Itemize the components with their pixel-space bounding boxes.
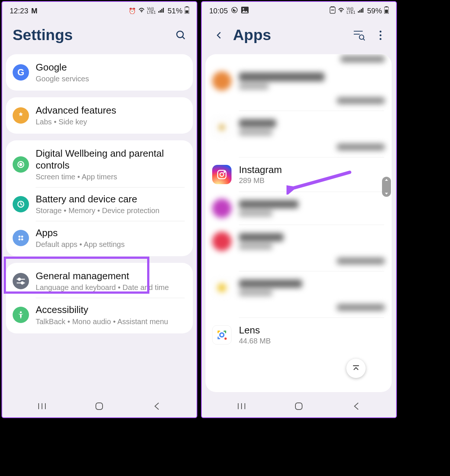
nav-recent-button[interactable] <box>236 401 247 412</box>
svg-point-41 <box>221 334 223 336</box>
svg-point-11 <box>21 238 23 241</box>
settings-item-title: Google <box>36 62 186 73</box>
svg-point-23 <box>243 8 244 10</box>
filter-search-button[interactable] <box>352 29 366 42</box>
settings-item-sub: TalkBack • Mono audio • Assistant menu <box>36 317 186 326</box>
svg-line-33 <box>363 39 365 40</box>
page-title: Apps <box>233 26 271 44</box>
settings-item-wellbeing[interactable]: Digital Wellbeing and parental controls … <box>6 142 193 187</box>
svg-point-36 <box>380 38 382 40</box>
settings-item-title: Digital Wellbeing and parental controls <box>36 148 186 171</box>
app-row-blurred[interactable] <box>205 144 392 157</box>
app-row-blurred[interactable] <box>205 304 392 317</box>
settings-item-accessibility[interactable]: Accessibility TalkBack • Mono audio • As… <box>6 298 193 332</box>
instagram-icon <box>212 165 232 184</box>
wellbeing-icon <box>13 156 29 173</box>
app-row-blurred[interactable] <box>205 97 392 111</box>
svg-point-39 <box>224 172 225 173</box>
lens-icon <box>212 325 232 345</box>
svg-point-8 <box>19 236 21 238</box>
status-bar: 12:23 M ⏰ Vo))LTE1 51% <box>2 2 197 20</box>
gmail-icon: M <box>31 7 38 15</box>
battery-percent: 59% <box>367 7 382 15</box>
phone-settings-screen: 12:23 M ⏰ Vo))LTE1 51% Settings G <box>1 1 197 418</box>
svg-point-35 <box>380 34 382 36</box>
svg-point-42 <box>224 338 227 340</box>
app-size: 289 MB <box>239 176 385 185</box>
settings-item-advanced[interactable]: Advanced features Labs • Side key <box>6 99 193 132</box>
apps-icon <box>13 230 29 246</box>
battery-icon <box>384 6 389 15</box>
status-time: 10:05 <box>209 7 228 15</box>
settings-item-title: Accessibility <box>36 304 186 316</box>
settings-header: Settings <box>2 20 197 54</box>
gallery-icon <box>241 7 249 15</box>
app-row-blurred[interactable] <box>205 65 392 97</box>
google-icon: G <box>13 64 29 81</box>
svg-point-21 <box>232 7 237 13</box>
svg-point-16 <box>20 312 22 313</box>
more-button[interactable] <box>374 29 387 42</box>
whatsapp-icon <box>231 6 238 16</box>
wifi-icon <box>338 7 344 14</box>
advanced-icon <box>13 107 29 124</box>
settings-item-title: Battery and device care <box>36 193 186 205</box>
app-row-blurred[interactable] <box>205 192 392 225</box>
nav-back-button[interactable] <box>151 401 162 412</box>
svg-rect-20 <box>96 403 103 410</box>
nav-back-button[interactable] <box>351 401 362 412</box>
app-row-blurred[interactable] <box>205 258 392 271</box>
settings-card: General management Language and keyboard… <box>6 263 193 333</box>
app-name: Lens <box>239 325 385 336</box>
app-row-blurred[interactable] <box>205 225 392 258</box>
nav-bar <box>202 395 396 417</box>
battery-icon <box>185 6 189 15</box>
app-row-blurred[interactable] <box>205 271 392 304</box>
wifi-icon <box>138 7 145 14</box>
signal-icon <box>357 7 364 14</box>
settings-item-battery[interactable]: Battery and device care Storage • Memory… <box>6 188 193 221</box>
accessibility-icon <box>13 307 29 323</box>
app-row-lens[interactable]: Lens 44.68 MB <box>205 318 392 352</box>
search-button[interactable] <box>174 29 188 42</box>
phone-apps-screen: 10:05 Vo))LTE1 59% <box>201 1 397 418</box>
svg-point-15 <box>21 282 23 284</box>
signal-icon <box>158 7 165 14</box>
svg-point-9 <box>21 236 23 238</box>
volte-label: Vo))LTE1 <box>147 7 156 14</box>
svg-point-3 <box>177 31 184 38</box>
settings-card: Advanced features Labs • Side key <box>6 97 193 134</box>
settings-item-title: General management <box>36 270 186 282</box>
settings-item-apps[interactable]: Apps Default apps • App settings <box>6 221 193 255</box>
app-row-instagram[interactable]: Instagram 289 MB <box>205 157 392 192</box>
app-list[interactable]: Instagram 289 MB <box>205 54 392 392</box>
nav-recent-button[interactable] <box>36 401 48 412</box>
nav-bar <box>2 395 197 417</box>
svg-line-4 <box>182 36 185 39</box>
scroll-indicator[interactable] <box>382 177 391 197</box>
settings-item-sub: Default apps • App settings <box>36 240 186 249</box>
nav-home-button[interactable] <box>293 401 304 412</box>
back-button[interactable] <box>212 29 226 42</box>
app-row-blurred[interactable] <box>205 111 392 144</box>
settings-item-general[interactable]: General management Language and keyboard… <box>6 264 193 298</box>
settings-card: G Google Google services <box>6 54 193 91</box>
volte-label: Vo))LTE1 <box>347 7 355 14</box>
app-row-blurred[interactable] <box>205 54 392 65</box>
scroll-to-top-button[interactable] <box>346 359 366 378</box>
svg-point-13 <box>18 278 20 280</box>
page-title: Settings <box>13 26 73 44</box>
settings-item-sub: Google services <box>36 75 186 83</box>
svg-rect-2 <box>185 10 188 13</box>
apps-header: Apps <box>202 20 396 54</box>
svg-point-34 <box>380 30 382 32</box>
settings-item-sub: Labs • Side key <box>36 118 186 126</box>
general-icon <box>13 273 29 289</box>
status-bar: 10:05 Vo))LTE1 59% <box>202 2 396 20</box>
settings-item-google[interactable]: G Google Google services <box>6 56 193 89</box>
settings-card: Digital Wellbeing and parental controls … <box>6 140 193 256</box>
svg-rect-47 <box>295 403 302 410</box>
alarm-icon: ⏰ <box>129 7 136 14</box>
settings-item-sub: Screen time • App timers <box>36 173 186 181</box>
nav-home-button[interactable] <box>94 401 105 412</box>
